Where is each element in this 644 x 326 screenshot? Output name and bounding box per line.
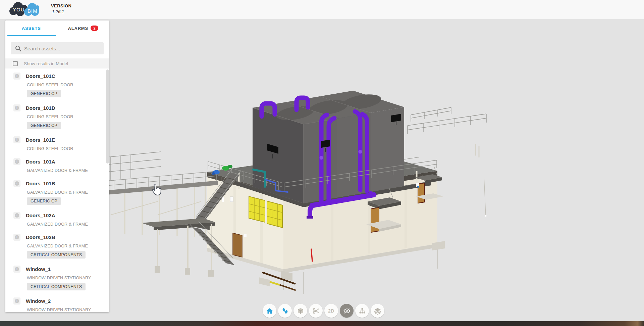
svg-text:BIM: BIM xyxy=(28,8,38,14)
asset-tag-chip: GENERIC CP xyxy=(27,90,61,97)
asset-category: COILING STEEL DOOR xyxy=(27,83,109,87)
model-3d-button[interactable] xyxy=(293,304,307,318)
asset-category: WINDOW DRIVEN STATIONARY xyxy=(27,308,109,312)
home-button[interactable] xyxy=(263,304,276,318)
show-results-checkbox[interactable] xyxy=(13,61,18,66)
bottom-task-strip xyxy=(0,321,644,326)
model-tree-button[interactable] xyxy=(355,304,369,318)
asset-category: GALVANIZED DOOR & FRAME xyxy=(27,244,109,248)
asset-list-item[interactable]: i Doors_101A GALVANIZED DOOR & FRAME xyxy=(5,154,109,176)
version-label: VERSION xyxy=(51,3,71,8)
viewer-toolbar: 2D xyxy=(263,304,384,318)
asset-name: Doors_102B xyxy=(26,234,55,240)
asset-list-item[interactable]: i Window_2 WINDOW DRIVEN STATIONARY CRIT… xyxy=(5,293,109,312)
alarms-count-badge: 2 xyxy=(91,26,98,31)
youbim-logo: YOU BIM xyxy=(5,1,39,18)
asset-list-item[interactable]: i Doors_101C COILING STEEL DOOR GENERIC … xyxy=(5,68,109,100)
asset-name: Doors_102A xyxy=(26,213,55,218)
svg-text:YOU: YOU xyxy=(13,7,25,12)
panel-tabs: ASSETS ALARMS 2 xyxy=(5,20,109,36)
asset-category: COILING STEEL DOOR xyxy=(27,146,109,151)
asset-info-icon: i xyxy=(13,73,20,80)
asset-list-item[interactable]: i Window_1 WINDOW DRIVEN STATIONARY CRIT… xyxy=(5,262,109,293)
version-number: 1.26.1 xyxy=(51,9,71,14)
asset-tag-chip: CRITICAL COMPONENTS xyxy=(27,251,86,259)
asset-info-icon: i xyxy=(13,180,20,187)
version-block: VERSION 1.26.1 xyxy=(51,3,71,14)
eye-off-icon xyxy=(343,307,351,315)
asset-info-icon: i xyxy=(13,234,20,241)
asset-name: Doors_101A xyxy=(26,159,55,165)
layers-button[interactable] xyxy=(371,304,384,318)
asset-name: Doors_101D xyxy=(26,105,55,111)
asset-category: GALVANIZED DOOR & FRAME xyxy=(27,168,109,173)
asset-info-icon: i xyxy=(13,266,20,273)
assets-panel: ASSETS ALARMS 2 Show results in Model i … xyxy=(5,20,109,312)
asset-list-item[interactable]: i Doors_101B GALVANIZED DOOR & FRAME GEN… xyxy=(5,176,109,208)
tab-assets-label: ASSETS xyxy=(22,26,41,31)
view-2d-button[interactable]: 2D xyxy=(324,304,338,318)
asset-list-item[interactable]: i Doors_101D COILING STEEL DOOR GENERIC … xyxy=(5,100,109,132)
cube-icon xyxy=(297,307,304,315)
asset-list-item[interactable]: i Doors_102B GALVANIZED DOOR & FRAME CRI… xyxy=(5,230,109,262)
asset-name: Doors_101C xyxy=(26,73,55,79)
tab-alarms[interactable]: ALARMS 2 xyxy=(57,20,109,36)
asset-info-icon: i xyxy=(13,104,20,111)
hide-elements-button[interactable] xyxy=(340,304,354,318)
asset-tag-chip: GENERIC CP xyxy=(27,197,61,205)
walkthrough-button[interactable] xyxy=(278,304,292,318)
home-icon xyxy=(266,307,273,315)
asset-tag-chip: CRITICAL COMPONENTS xyxy=(27,283,86,290)
asset-info-icon: i xyxy=(13,158,20,165)
asset-list: i Doors_101C COILING STEEL DOOR GENERIC … xyxy=(5,68,109,312)
asset-name: Window_2 xyxy=(26,298,51,304)
asset-list-item[interactable]: i Doors_102A GALVANIZED DOOR & FRAME xyxy=(5,208,109,230)
asset-category: COILING STEEL DOOR xyxy=(27,114,109,119)
asset-list-item[interactable]: i Doors_101E COILING STEEL DOOR xyxy=(5,132,109,154)
scrollbar-thumb[interactable] xyxy=(106,69,109,164)
tab-alarms-label: ALARMS xyxy=(68,26,88,31)
top-header: YOU BIM VERSION 1.26.1 xyxy=(0,0,644,19)
search-wrap xyxy=(11,42,104,54)
asset-category: WINDOW DRIVEN STATIONARY xyxy=(27,276,109,280)
asset-name: Doors_101B xyxy=(26,181,55,186)
asset-category: GALVANIZED DOOR & FRAME xyxy=(27,222,109,227)
hand-pointer-cursor xyxy=(151,184,163,198)
2d-icon: 2D xyxy=(328,308,334,314)
section-cut-button[interactable] xyxy=(309,304,323,318)
show-results-row: Show results in Model xyxy=(5,58,109,68)
tab-assets[interactable]: ASSETS xyxy=(5,20,57,36)
asset-tag-chip: GENERIC CP xyxy=(27,122,61,129)
asset-info-icon: i xyxy=(13,136,20,143)
search-input[interactable] xyxy=(11,42,104,54)
asset-category: GALVANIZED DOOR & FRAME xyxy=(27,190,109,195)
asset-name: Window_1 xyxy=(26,266,51,272)
asset-name: Doors_101E xyxy=(26,137,55,143)
scissors-icon xyxy=(312,307,320,315)
show-results-label: Show results in Model xyxy=(24,61,68,66)
asset-info-icon: i xyxy=(13,212,20,219)
asset-info-icon: i xyxy=(13,297,20,305)
sitemap-icon xyxy=(359,307,366,315)
search-icon xyxy=(15,45,21,52)
layers-icon xyxy=(374,307,381,315)
footprints-icon xyxy=(281,307,289,315)
